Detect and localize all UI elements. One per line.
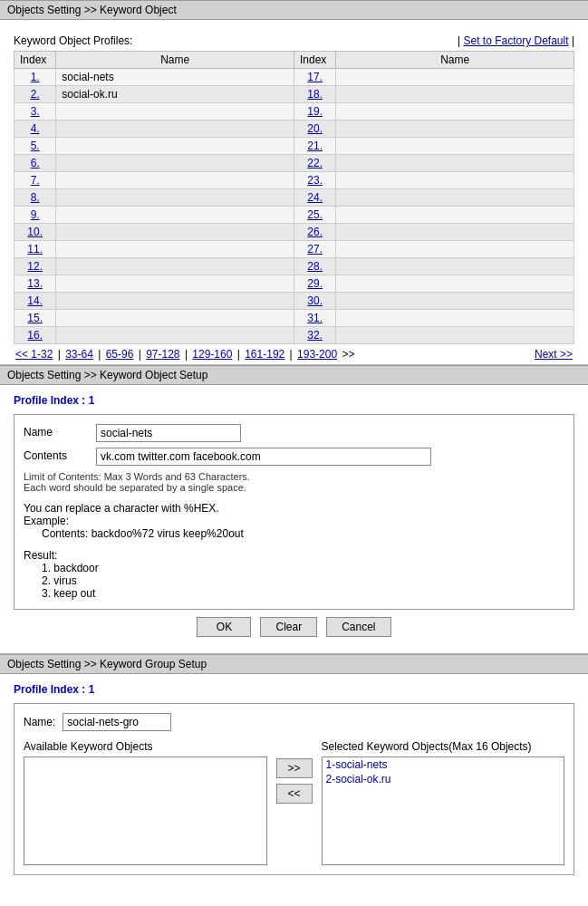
table-row: 4. 20. [14, 120, 574, 138]
index-link-3[interactable]: 3. [31, 105, 40, 118]
table-row: 10. 26. [14, 224, 574, 241]
section1-header: Objects Setting >> Keyword Object [0, 0, 588, 20]
breadcrumb3: Objects Setting >> Keyword Group Setup [7, 658, 207, 670]
table-row: 6. 22. [14, 155, 574, 172]
index-link2-3[interactable]: 19. [307, 105, 323, 118]
name-cell2-16 [336, 327, 574, 344]
index-link2-2[interactable]: 18. [307, 88, 323, 101]
result-item-3: 3. keep out [42, 587, 564, 600]
name-cell-12 [56, 258, 294, 275]
keyword-setup-section: Profile Index : 1 Name Contents Limit of… [0, 385, 588, 653]
index-link-9[interactable]: 9. [31, 208, 40, 221]
name-cell-5 [56, 138, 294, 155]
index-link-15[interactable]: 15. [27, 312, 43, 324]
name-cell-15 [56, 310, 294, 327]
index-link-6[interactable]: 6. [31, 157, 40, 169]
index-link2-1[interactable]: 17. [307, 71, 323, 83]
selected-title: Selected Keyword Objects(Max 16 Objects) [322, 740, 565, 753]
name-input[interactable] [96, 424, 241, 442]
page-193-200[interactable]: 193-200 [297, 348, 337, 361]
available-listbox[interactable] [24, 757, 267, 865]
section2-header: Objects Setting >> Keyword Object Setup [0, 365, 588, 385]
table-row: 8. 24. [14, 189, 574, 207]
name-cell2-10 [336, 224, 574, 241]
name-cell2-13 [336, 275, 574, 293]
name-cell2-7 [336, 172, 574, 189]
name-cell-14 [56, 293, 294, 310]
index-link2-4[interactable]: 20. [307, 122, 323, 135]
index-link-2[interactable]: 2. [31, 88, 40, 101]
ok-button[interactable]: OK [197, 617, 251, 637]
group-setup-box: Name: Available Keyword Objects >> << Se… [14, 703, 574, 875]
result-item-2: 2. virus [42, 574, 564, 587]
selected-list-item[interactable]: 2-social-ok.ru [323, 772, 564, 786]
index-link-16[interactable]: 16. [27, 329, 43, 342]
index-link2-6[interactable]: 22. [307, 157, 323, 169]
keyword-button-row: OK Clear Cancel [14, 610, 574, 644]
index-link-1[interactable]: 1. [31, 71, 40, 83]
table-row: 2. social-ok.ru 18. [14, 86, 574, 103]
page-97-128[interactable]: 97-128 [146, 348, 179, 361]
index-link-13[interactable]: 13. [27, 277, 43, 290]
name-cell-2: social-ok.ru [56, 86, 294, 103]
index-link-11[interactable]: 11. [27, 243, 43, 255]
group-name-row: Name: [24, 713, 564, 731]
result-block: Result: 1. backdoor 2. virus 3. keep out [24, 549, 564, 600]
page-129-160[interactable]: 129-160 [192, 348, 232, 361]
index-link2-14[interactable]: 30. [307, 294, 323, 307]
name-cell-8 [56, 189, 294, 207]
page-33-64[interactable]: 33-64 [65, 348, 93, 361]
contents-field-row: Contents [24, 448, 564, 466]
name-cell2-8 [336, 189, 574, 207]
col-name2: Name [336, 52, 574, 69]
index-link2-10[interactable]: 26. [307, 226, 323, 238]
remove-button[interactable]: << [276, 784, 313, 804]
result-item-1: 1. backdoor [42, 562, 564, 574]
page-65-96[interactable]: 65-96 [106, 348, 134, 361]
index-link2-7[interactable]: 23. [307, 174, 323, 187]
table-row: 5. 21. [14, 138, 574, 155]
factory-default-link[interactable]: Set to Factory Default [463, 34, 568, 47]
name-cell2-5 [336, 138, 574, 155]
index-link2-5[interactable]: 21. [307, 140, 323, 152]
page-prev[interactable]: << 1-32 [15, 348, 53, 361]
available-title: Available Keyword Objects [24, 740, 267, 753]
index-link-5[interactable]: 5. [31, 140, 40, 152]
page-next[interactable]: Next >> [535, 348, 573, 361]
name-cell-11 [56, 241, 294, 258]
index-link2-11[interactable]: 27. [307, 243, 323, 255]
clear-button[interactable]: Clear [260, 617, 317, 637]
breadcrumb2: Objects Setting >> Keyword Object Setup [7, 369, 207, 381]
contents-input[interactable] [96, 448, 431, 466]
available-panel: Available Keyword Objects [24, 740, 267, 865]
index-link2-16[interactable]: 32. [307, 329, 323, 342]
name-field-row: Name [24, 424, 564, 442]
name-cell2-2 [336, 86, 574, 103]
selected-list-item[interactable]: 1-social-nets [323, 757, 564, 772]
index-link-7[interactable]: 7. [31, 174, 40, 187]
index-link-14[interactable]: 14. [27, 294, 43, 307]
index-link2-12[interactable]: 28. [307, 260, 323, 273]
table-row: 16. 32. [14, 327, 574, 344]
index-link2-13[interactable]: 29. [307, 277, 323, 290]
name-cell2-12 [336, 258, 574, 275]
index-link-8[interactable]: 8. [31, 191, 40, 204]
page-161-192[interactable]: 161-192 [245, 348, 284, 361]
name-cell-7 [56, 172, 294, 189]
add-button[interactable]: >> [276, 758, 313, 778]
index-link2-9[interactable]: 25. [307, 208, 323, 221]
index-link2-15[interactable]: 31. [307, 312, 323, 324]
name-cell2-3 [336, 103, 574, 120]
name-cell-4 [56, 120, 294, 138]
index-link2-8[interactable]: 24. [307, 191, 323, 204]
selected-listbox[interactable]: 1-social-nets2-social-ok.ru [322, 757, 565, 865]
name-cell2-9 [336, 207, 574, 224]
index-link-12[interactable]: 12. [27, 260, 43, 273]
index-link-10[interactable]: 10. [27, 226, 43, 238]
cancel-button[interactable]: Cancel [326, 617, 390, 637]
breadcrumb1: Objects Setting >> Keyword Object [7, 4, 177, 16]
index-link-4[interactable]: 4. [31, 122, 40, 135]
table-row: 3. 19. [14, 103, 574, 120]
group-name-input[interactable] [63, 713, 171, 731]
table-row: 14. 30. [14, 293, 574, 310]
